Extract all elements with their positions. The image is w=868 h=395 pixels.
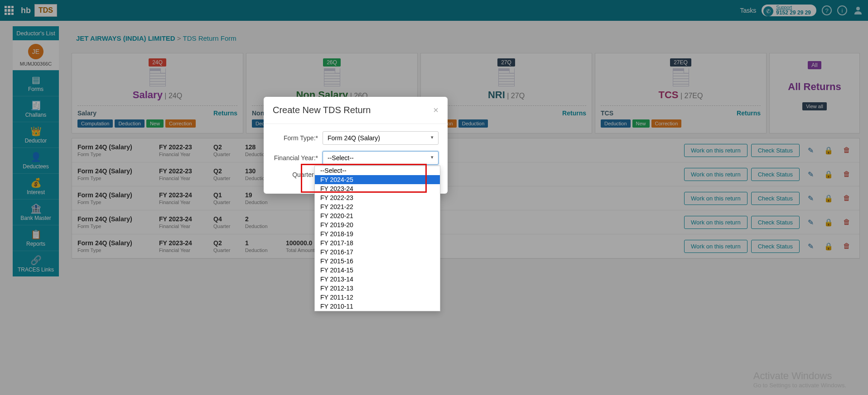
form-type-select[interactable]: Form 24Q (Salary)▾ bbox=[323, 131, 439, 145]
dropdown-option[interactable]: --Select-- bbox=[315, 166, 440, 175]
financial-year-dropdown: --Select--FY 2024-25FY 2023-24FY 2022-23… bbox=[314, 166, 440, 311]
dropdown-option[interactable]: FY 2010-11 bbox=[315, 302, 440, 311]
dropdown-option[interactable]: FY 2018-19 bbox=[315, 229, 440, 238]
dropdown-option[interactable]: FY 2016-17 bbox=[315, 247, 440, 257]
dropdown-option[interactable]: FY 2014-15 bbox=[315, 266, 440, 275]
form-type-label: Form Type:* bbox=[273, 134, 323, 142]
close-icon[interactable]: × bbox=[433, 105, 439, 115]
dropdown-option[interactable]: FY 2015-16 bbox=[315, 257, 440, 266]
windows-activation-watermark: Activate Windows Go to Settings to activ… bbox=[753, 370, 846, 389]
chevron-down-icon: ▾ bbox=[431, 154, 434, 160]
dropdown-option[interactable]: FY 2021-22 bbox=[315, 202, 440, 211]
dropdown-option[interactable]: FY 2023-24 bbox=[315, 184, 440, 193]
chevron-down-icon: ▾ bbox=[431, 134, 434, 140]
financial-year-select[interactable]: --Select--▾ bbox=[323, 151, 439, 165]
dropdown-option[interactable]: FY 2022-23 bbox=[315, 193, 440, 202]
financial-year-label: Financial Year:* bbox=[273, 154, 323, 162]
modal-title: Create New TDS Return bbox=[273, 105, 371, 115]
dropdown-option[interactable]: FY 2024-25 bbox=[315, 175, 440, 184]
dropdown-option[interactable]: FY 2019-20 bbox=[315, 220, 440, 229]
dropdown-option[interactable]: FY 2011-12 bbox=[315, 293, 440, 302]
dropdown-option[interactable]: FY 2017-18 bbox=[315, 238, 440, 247]
dropdown-option[interactable]: FY 2013-14 bbox=[315, 275, 440, 284]
dropdown-option[interactable]: FY 2012-13 bbox=[315, 284, 440, 293]
dropdown-option[interactable]: FY 2020-21 bbox=[315, 211, 440, 220]
